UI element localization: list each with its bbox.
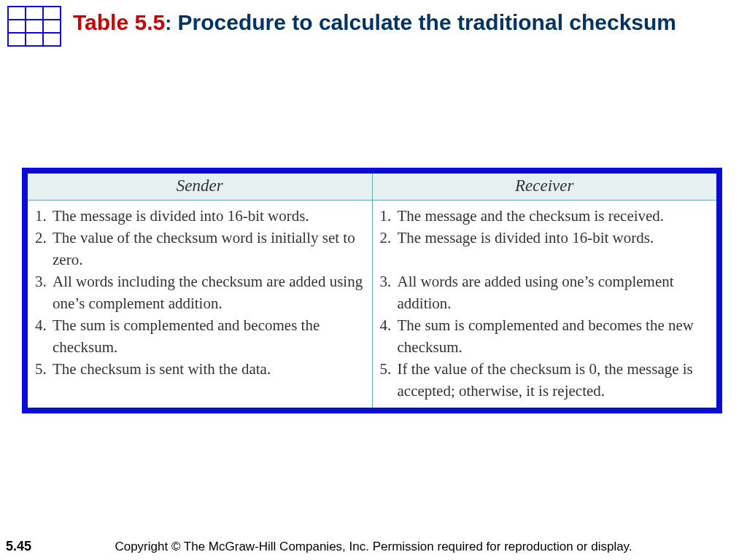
list-item: 2.The value of the checksum word is init… [35, 227, 366, 271]
column-header-sender: Sender [28, 174, 372, 201]
list-item: 4.The sum is complemented and becomes th… [35, 314, 366, 358]
title-colon: : [165, 12, 171, 34]
list-item: 4.The sum is complemented and becomes th… [380, 314, 711, 358]
sender-steps-cell: 1.The message is divided into 16-bit wor… [28, 201, 372, 408]
list-item: 3.All words are added using one’s comple… [380, 271, 711, 314]
slide: Table 5.5: Procedure to calculate the tr… [0, 0, 747, 560]
receiver-steps-cell: 1.The message and the checksum is receiv… [372, 201, 716, 408]
logo-grid-icon [7, 6, 61, 47]
slide-title: Table 5.5: Procedure to calculate the tr… [73, 10, 676, 36]
column-header-receiver: Receiver [372, 174, 716, 201]
list-item: 5.If the value of the checksum is 0, the… [380, 358, 711, 402]
list-item: 1.The message is divided into 16-bit wor… [35, 205, 366, 227]
copyright-text: Copyright © The McGraw-Hill Companies, I… [0, 540, 747, 554]
checksum-procedure-table: Sender Receiver 1.The message is divided… [22, 168, 722, 413]
list-item: 5.The checksum is sent with the data. [35, 358, 366, 380]
list-item: 1.The message and the checksum is receiv… [380, 205, 711, 227]
title-table-number: Table 5.5 [73, 10, 165, 34]
list-item: 3.All words including the checksum are a… [35, 271, 366, 314]
title-description: Procedure to calculate the traditional c… [171, 10, 676, 34]
list-item: 2.The message is divided into 16-bit wor… [380, 227, 711, 249]
